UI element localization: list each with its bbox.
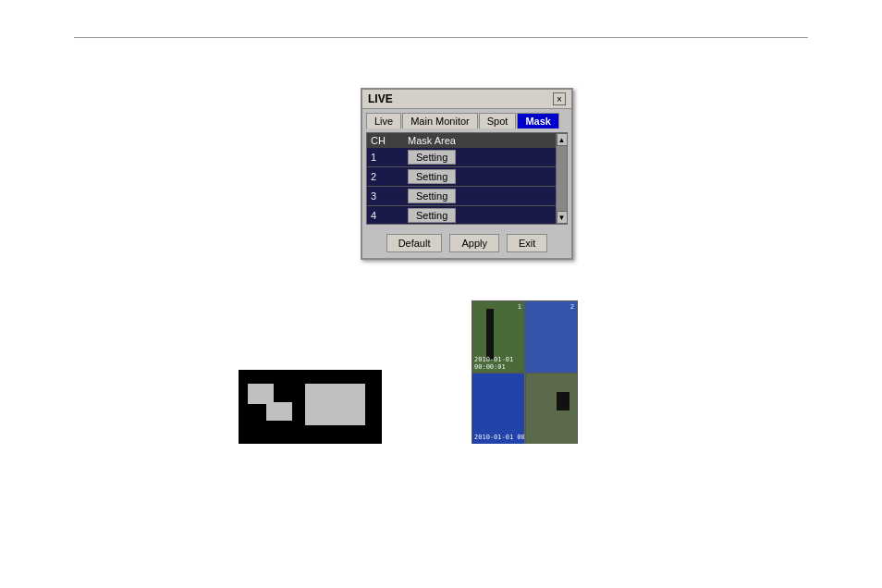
- camera-quad-view: 1 2010-01-01 00:00:01 2 2010-01-01 00:00…: [472, 300, 578, 444]
- dialog-body: CH Mask Area 1 Setting 2 Setting 3: [362, 129, 571, 228]
- mask-area-cell: Setting: [408, 189, 563, 203]
- quad-vertical-divider: [525, 301, 526, 443]
- close-button[interactable]: ×: [553, 92, 566, 105]
- tab-spot[interactable]: Spot: [479, 113, 517, 129]
- tab-live[interactable]: Live: [366, 113, 401, 129]
- scroll-down-button[interactable]: ▼: [557, 211, 568, 224]
- mask-rectangle-small: [248, 384, 274, 404]
- mask-area-cell: Setting: [408, 150, 563, 165]
- ch-number: 4: [371, 210, 408, 221]
- apply-button[interactable]: Apply: [449, 234, 499, 252]
- setting-button-1[interactable]: Setting: [408, 150, 456, 165]
- exit-button[interactable]: Exit: [507, 234, 547, 252]
- camera-mask-overlay-1: [486, 309, 494, 360]
- setting-button-3[interactable]: Setting: [408, 189, 456, 203]
- camera-number-2: 2: [570, 303, 574, 310]
- table-header: CH Mask Area: [367, 133, 567, 148]
- scrollbar[interactable]: ▲ ▼: [556, 133, 567, 224]
- camera-number-1: 1: [518, 303, 521, 310]
- setting-button-2[interactable]: Setting: [408, 169, 456, 184]
- scroll-up-button[interactable]: ▲: [557, 133, 568, 146]
- table-row: 2 Setting: [367, 167, 567, 187]
- live-dialog: LIVE × Live Main Monitor Spot Mask CH Ma…: [361, 88, 573, 260]
- dialog-title: LIVE: [368, 92, 393, 105]
- tab-main-monitor[interactable]: Main Monitor: [402, 113, 478, 129]
- timestamp-1: 2010-01-01 00:00:01: [474, 356, 524, 371]
- camera-view-2: 2: [524, 301, 577, 373]
- camera-view-4: [524, 374, 577, 444]
- mask-table: CH Mask Area 1 Setting 2 Setting 3: [366, 132, 568, 225]
- table-row: 1 Setting: [367, 148, 567, 167]
- camera-view-3: 2010-01-01 00:00:01: [472, 374, 524, 444]
- default-button[interactable]: Default: [386, 234, 443, 252]
- table-row: 4 Setting: [367, 206, 567, 225]
- table-row: 3 Setting: [367, 187, 567, 206]
- dialog-titlebar: LIVE ×: [362, 90, 571, 109]
- mask-area-cell: Setting: [408, 208, 563, 223]
- col-header-ch: CH: [371, 135, 408, 146]
- dialog-footer: Default Apply Exit: [362, 228, 571, 258]
- col-header-mask: Mask Area: [408, 135, 563, 146]
- mask-rectangle-small2: [266, 402, 292, 421]
- mask-rectangle-large: [305, 384, 365, 425]
- ch-number: 2: [371, 171, 408, 182]
- ch-number: 1: [371, 152, 408, 163]
- top-divider: [74, 37, 808, 38]
- mask-area-cell: Setting: [408, 169, 563, 184]
- camera-view-1: 1 2010-01-01 00:00:01: [472, 301, 524, 373]
- mask-preview: [239, 370, 382, 444]
- camera-mask-overlay-4: [557, 392, 570, 410]
- dialog-tabs: Live Main Monitor Spot Mask: [362, 109, 571, 129]
- tab-mask[interactable]: Mask: [517, 113, 559, 129]
- ch-number: 3: [371, 190, 408, 202]
- setting-button-4[interactable]: Setting: [408, 208, 456, 223]
